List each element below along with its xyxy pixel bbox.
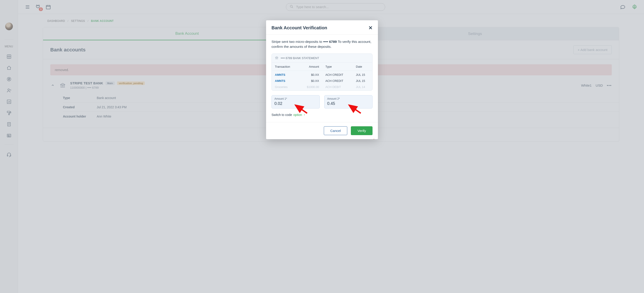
amount-1-label: Amount 1* [274,97,317,100]
col-type: Type [322,63,353,71]
bank-icon [275,56,278,60]
switch-to-code-link[interactable]: Switch to code option [272,113,372,116]
modal-title: Bank Account Verification [272,25,327,30]
table-row: AMNTS$0.XXACH CREDITJUL 15 [272,78,372,84]
amount-2-field[interactable]: Amount 2* [324,95,372,108]
statement-header: •••• 6789 BANK STATEMENT [281,56,319,60]
bank-statement-preview: •••• 6789 BANK STATEMENT Transaction Amo… [272,54,372,91]
col-date: Date [353,63,372,71]
col-amount: Amount [299,63,322,71]
close-icon[interactable]: ✕ [368,26,372,30]
amount-2-input[interactable] [327,101,370,106]
modal-overlay: Bank Account Verification ✕ Stripe sent … [0,0,644,293]
cancel-button[interactable]: Cancel [324,126,348,135]
col-txn: Transaction [272,63,299,71]
verification-modal: Bank Account Verification ✕ Stripe sent … [266,20,378,139]
amount-2-label: Amount 2* [327,97,370,100]
verify-button[interactable]: Verify [351,126,372,135]
chevron-right-icon [303,113,306,116]
modal-body-text: Stripe sent two micro-deposits to •••• 6… [272,39,372,50]
amount-1-field[interactable]: Amount 1* [272,95,320,108]
amount-1-input[interactable] [274,101,317,106]
table-row: Groceries$1000.00ACH DEBITJUL 14 [272,84,372,90]
table-row: AMNTS$0.XXACH CREDITJUL 15 [272,70,372,78]
